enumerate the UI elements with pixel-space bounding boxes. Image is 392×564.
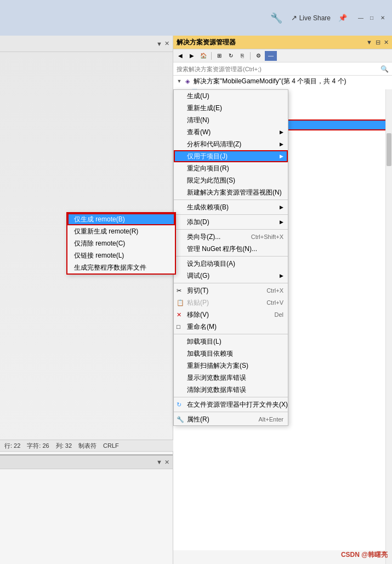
ctx-retarget[interactable]: 重定向项目(R) bbox=[174, 162, 288, 174]
ctx-new-view[interactable]: 新建解决方案资源管理器视图(N) bbox=[174, 186, 288, 198]
ctx-cut-shortcut: Ctrl+X bbox=[255, 287, 283, 294]
ctx-only-for-project-label: 仅用于项目(J) bbox=[187, 152, 228, 161]
close-button[interactable]: ✕ bbox=[379, 14, 387, 22]
submenu-item-link-remote[interactable]: 仅链接 remote(L) bbox=[67, 249, 175, 261]
ctx-debug-arrow: ▶ bbox=[280, 273, 283, 278]
ctx-properties[interactable]: 🔧 属性(R) Alt+Enter bbox=[174, 413, 288, 425]
toolbar-sep2 bbox=[250, 52, 251, 60]
submenu-link-remote-label: 仅链接 remote(L) bbox=[74, 251, 124, 260]
toolbar-forward-btn[interactable]: ▶ bbox=[187, 51, 197, 61]
bottom-panel-close[interactable]: ✕ bbox=[164, 459, 169, 466]
left-panel-bottom-header: ▼ ✕ bbox=[0, 455, 173, 469]
minimize-button[interactable]: — bbox=[357, 14, 365, 22]
title-bar: 🔧 ↗ Live Share 📌 — □ ✕ bbox=[0, 0, 392, 36]
status-char: 字符: 26 bbox=[27, 442, 49, 450]
ctx-debug-label: 调试(G) bbox=[187, 271, 209, 281]
solution-icon: ◈ bbox=[183, 77, 192, 86]
ctx-paste-shortcut: Ctrl+V bbox=[255, 299, 283, 306]
toolbar-filter-btn[interactable]: ⊞ bbox=[214, 51, 224, 61]
ctx-debug[interactable]: 调试(G) ▶ bbox=[174, 270, 288, 282]
se-pin-icon[interactable]: ▼ bbox=[366, 39, 372, 45]
ctx-rebuild[interactable]: 重新生成(E) bbox=[174, 102, 288, 114]
ctx-sep6 bbox=[174, 334, 288, 334]
ctx-cut[interactable]: ✂ 剪切(T) Ctrl+X bbox=[174, 284, 288, 297]
ctx-view[interactable]: 查看(W) ▶ bbox=[174, 126, 288, 138]
ctx-sep5 bbox=[174, 283, 288, 283]
ctx-load-deps[interactable]: 加载项目依赖项 bbox=[174, 347, 288, 360]
ctx-unload-label: 卸载项目(L) bbox=[187, 337, 221, 346]
ctx-class-wizard[interactable]: 类向导(Z)... Ctrl+Shift+X bbox=[174, 231, 288, 243]
solution-explorer-panel: 解决方案资源管理器 ▼ ⊟ ✕ ◀ ▶ 🏠 ⊞ ↻ ⎘ ⚙ — 🔍 bbox=[173, 36, 392, 564]
ctx-rename[interactable]: □ 重命名(M) bbox=[174, 321, 288, 333]
ctx-remove-label: 移除(V) bbox=[187, 310, 209, 320]
tree-solution[interactable]: ▼ ◈ 解决方案"MobileGameModify"(第 4 个项目，共 4 个… bbox=[173, 76, 392, 87]
left-panel-pin[interactable]: ▼ bbox=[156, 41, 162, 47]
status-row: 行: 22 bbox=[4, 442, 20, 450]
search-icon[interactable]: 🔍 bbox=[380, 65, 389, 73]
submenu-item-build-remote[interactable]: 仅生成 remote(B) bbox=[67, 213, 175, 225]
se-header: 解决方案资源管理器 ▼ ⊟ ✕ bbox=[173, 36, 392, 49]
right-scrollbar[interactable] bbox=[385, 89, 392, 564]
status-col: 列: 32 bbox=[56, 442, 72, 450]
ctx-remove[interactable]: ✕ 移除(V) Del bbox=[174, 309, 288, 321]
properties-icon: 🔧 bbox=[177, 416, 184, 423]
main-area: ▼ ✕ 行: 22 字符: 26 列: 32 制表符 CRLF ▼ ✕ 解决方案… bbox=[0, 36, 392, 564]
toolbar-settings-btn[interactable]: ⚙ bbox=[253, 51, 263, 61]
ctx-rescan[interactable]: 重新扫描解决方案(S) bbox=[174, 360, 288, 372]
ctx-show-db-errors[interactable]: 显示浏览数据库错误 bbox=[174, 372, 288, 384]
solution-arrow: ▼ bbox=[175, 77, 183, 85]
paste-icon: 📋 bbox=[177, 299, 184, 306]
toolbar-collapse-btn[interactable]: — bbox=[265, 51, 277, 61]
ctx-clean-label: 清理(N) bbox=[187, 116, 209, 125]
ctx-analyze-label: 分析和代码清理(Z) bbox=[187, 140, 241, 149]
title-bar-controls: 🔧 ↗ Live Share 📌 — □ ✕ bbox=[270, 12, 387, 24]
maximize-button[interactable]: □ bbox=[368, 14, 376, 22]
ctx-set-startup[interactable]: 设为启动项目(A) bbox=[174, 258, 288, 270]
bottom-panel-pin[interactable]: ▼ bbox=[156, 459, 162, 465]
se-close-icon[interactable]: ✕ bbox=[384, 39, 389, 46]
solution-label: 解决方案"MobileGameModify"(第 4 个项目，共 4 个) bbox=[194, 77, 346, 86]
ctx-scope[interactable]: 限定为此范围(S) bbox=[174, 174, 288, 186]
submenu-rebuild-remote-label: 仅重新生成 remote(R) bbox=[74, 227, 138, 236]
ctx-nuget[interactable]: 管理 NuGet 程序包(N)... bbox=[174, 243, 288, 255]
toolbar-pending-btn[interactable]: ↻ bbox=[226, 51, 236, 61]
ctx-rescan-label: 重新扫描解决方案(S) bbox=[187, 361, 248, 371]
ctx-build[interactable]: 生成(U) bbox=[174, 90, 288, 102]
ctx-view-arrow: ▶ bbox=[280, 129, 283, 135]
ctx-open-folder[interactable]: ↻ 在文件资源管理器中打开文件夹(X) bbox=[174, 398, 288, 411]
ctx-remove-shortcut: Del bbox=[263, 311, 283, 318]
toolbar-back-btn[interactable]: ◀ bbox=[175, 51, 185, 61]
submenu-item-pdb[interactable]: 生成完整程序数据库文件 bbox=[67, 261, 175, 274]
rename-icon: □ bbox=[177, 323, 180, 330]
toolbar-home-btn[interactable]: 🏠 bbox=[198, 51, 208, 61]
ctx-sep8 bbox=[174, 412, 288, 412]
open-folder-icon: ↻ bbox=[177, 401, 181, 408]
ctx-clean[interactable]: 清理(N) bbox=[174, 114, 288, 126]
scrollbar-thumb[interactable] bbox=[387, 133, 391, 166]
ctx-set-startup-label: 设为启动项目(A) bbox=[187, 259, 235, 269]
ctx-build-deps[interactable]: 生成依赖项(B) ▶ bbox=[174, 201, 288, 213]
submenu-item-clean-remote[interactable]: 仅清除 remote(C) bbox=[67, 237, 175, 249]
ctx-add[interactable]: 添加(D) ▶ bbox=[174, 216, 288, 228]
submenu-item-rebuild-remote[interactable]: 仅重新生成 remote(R) bbox=[67, 225, 175, 237]
pin-icon[interactable]: 📌 bbox=[338, 14, 347, 22]
live-share-label[interactable]: Live Share bbox=[299, 14, 331, 22]
se-float-icon[interactable]: ⊟ bbox=[376, 39, 380, 46]
ctx-add-label: 添加(D) bbox=[187, 218, 209, 227]
ctx-clear-db-errors[interactable]: 清除浏览数据库错误 bbox=[174, 384, 288, 396]
ctx-properties-shortcut: Alt+Enter bbox=[247, 416, 283, 423]
ctx-view-label: 查看(W) bbox=[187, 128, 211, 137]
left-panel-close[interactable]: ✕ bbox=[164, 40, 169, 47]
ctx-paste[interactable]: 📋 粘贴(P) Ctrl+V bbox=[174, 297, 288, 309]
toolbar-sep1 bbox=[211, 52, 212, 60]
toolbar-copy-btn[interactable]: ⎘ bbox=[237, 51, 247, 61]
ctx-class-wizard-label: 类向导(Z)... bbox=[187, 232, 220, 242]
ctx-sep7 bbox=[174, 397, 288, 397]
se-search-input[interactable] bbox=[177, 66, 380, 72]
se-title: 解决方案资源管理器 bbox=[177, 38, 364, 47]
ctx-only-for-project[interactable]: 仅用于项目(J) ▶ bbox=[174, 150, 288, 162]
ctx-unload[interactable]: 卸载项目(L) bbox=[174, 335, 288, 347]
ctx-clear-db-errors-label: 清除浏览数据库错误 bbox=[187, 385, 246, 395]
live-share-area[interactable]: ↗ Live Share bbox=[291, 14, 331, 22]
ctx-analyze[interactable]: 分析和代码清理(Z) ▶ bbox=[174, 138, 288, 150]
